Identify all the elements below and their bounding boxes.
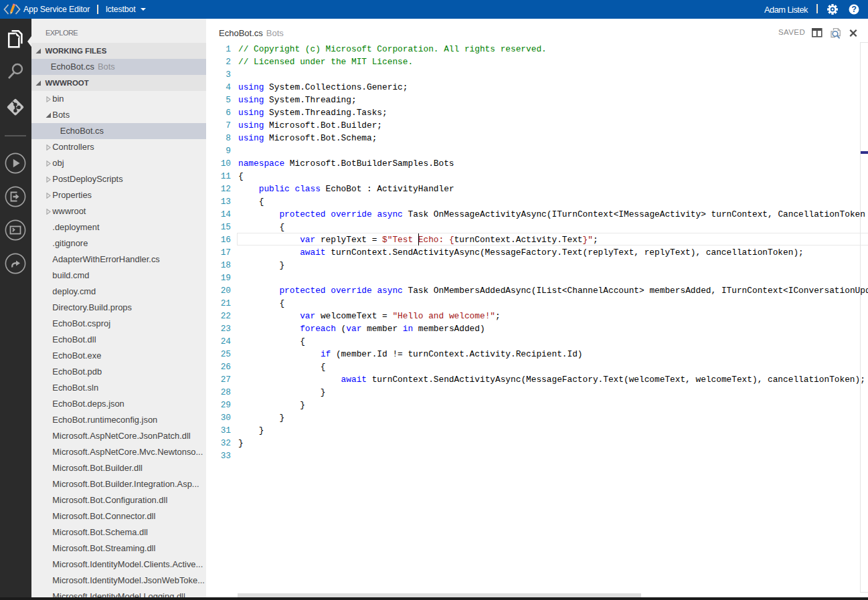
svg-text:?: ? <box>851 5 857 14</box>
